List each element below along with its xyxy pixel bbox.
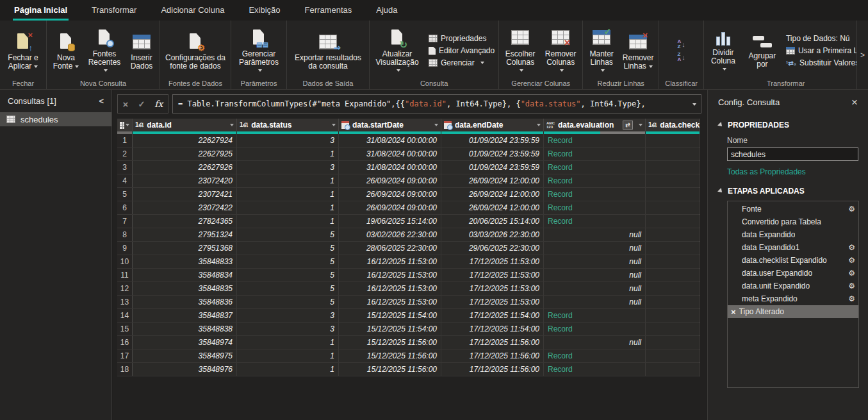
row-number[interactable]: 12 [117, 282, 133, 295]
close-apply-button[interactable]: ×↑ Fechar e Aplicar [2, 30, 44, 71]
new-source-button[interactable]: Nova Fonte [49, 30, 83, 71]
cell[interactable]: 3 [237, 309, 339, 322]
row-number[interactable]: 11 [117, 269, 133, 281]
cell[interactable]: 35848974 [133, 336, 237, 349]
row-number[interactable]: 13 [117, 296, 133, 308]
cell[interactable]: null [544, 269, 646, 281]
cell[interactable]: 15/12/2025 11:56:00 [339, 349, 441, 362]
applied-steps-section-header[interactable]: ETAPAS APLICADAS [718, 187, 858, 196]
query-name-input[interactable] [727, 147, 858, 161]
cell[interactable]: 15/12/2025 11:54:00 [339, 323, 441, 335]
cell[interactable]: 31/08/2024 00:00:00 [339, 161, 441, 174]
row-number[interactable]: 1 [117, 134, 133, 147]
cell[interactable]: null [544, 282, 646, 295]
cell[interactable]: null [544, 255, 646, 268]
record-link[interactable]: Record [544, 147, 646, 160]
cell[interactable]: 26/09/2024 09:00:00 [339, 188, 441, 201]
column-menu-icon[interactable] [639, 124, 643, 126]
cell[interactable] [646, 349, 700, 362]
grid-corner-button[interactable] [117, 119, 133, 131]
all-properties-link[interactable]: Todas as Propriedades [727, 167, 858, 176]
tab-exibição[interactable]: Exibição [247, 1, 281, 21]
cell[interactable] [646, 296, 700, 308]
properties-section-header[interactable]: PROPRIEDADES [718, 121, 858, 130]
column-menu-icon[interactable] [332, 124, 336, 126]
cell[interactable]: 3 [237, 323, 339, 335]
cell[interactable] [646, 323, 700, 335]
cell[interactable]: 29/06/2025 22:30:00 [441, 242, 544, 255]
applied-step-data-expandido1[interactable]: data Expandido1 [728, 241, 858, 254]
cell[interactable]: 26/09/2024 12:00:00 [441, 174, 544, 187]
cell[interactable]: 35848975 [133, 349, 237, 362]
cell[interactable]: 1 [237, 363, 339, 376]
column-header-data.endDate[interactable]: data.endDate [441, 119, 544, 131]
cell[interactable]: 17/12/2025 11:53:00 [441, 282, 544, 295]
cell[interactable]: null [544, 336, 646, 349]
row-number[interactable]: 8 [117, 228, 133, 241]
step-settings-gear-icon[interactable] [848, 256, 855, 265]
cell[interactable]: 23072420 [133, 174, 237, 187]
row-number[interactable]: 5 [117, 188, 133, 201]
step-settings-gear-icon[interactable] [848, 269, 855, 278]
cell[interactable]: 22627924 [133, 134, 237, 147]
cell[interactable] [646, 336, 700, 349]
cell[interactable] [646, 174, 700, 187]
cell[interactable]: 26/09/2024 12:00:00 [441, 201, 544, 214]
cell[interactable]: 17/12/2025 11:56:00 [441, 363, 544, 376]
record-link[interactable]: Record [544, 323, 646, 335]
applied-step-data-unit-expandido[interactable]: data.unit Expandido [728, 280, 858, 292]
enter-data-button[interactable]: Inserir Dados [126, 30, 158, 71]
cell[interactable]: 15/12/2025 11:56:00 [339, 336, 441, 349]
cell[interactable] [646, 228, 700, 241]
cell[interactable] [646, 147, 700, 160]
record-link[interactable]: Record [544, 134, 646, 147]
cell[interactable] [646, 282, 700, 295]
cell[interactable] [646, 363, 700, 376]
record-link[interactable]: Record [544, 188, 646, 201]
applied-step-convertido-para-tabela[interactable]: Convertido para Tabela [728, 215, 858, 228]
cell[interactable]: 31/08/2024 00:00:00 [339, 134, 441, 147]
cell[interactable]: 3 [237, 134, 339, 147]
properties-button[interactable]: Propriedades [427, 33, 496, 45]
tab-ferramentas[interactable]: Ferramentas [304, 1, 354, 21]
cell[interactable]: 5 [237, 296, 339, 308]
cell[interactable]: 26/09/2024 09:00:00 [339, 174, 441, 187]
cell[interactable]: null [544, 296, 646, 308]
row-number[interactable]: 14 [117, 309, 133, 322]
row-number[interactable]: 17 [117, 349, 133, 362]
cell[interactable]: 15/12/2025 11:54:00 [339, 309, 441, 322]
cell[interactable]: 17/12/2025 11:53:00 [441, 255, 544, 268]
choose-columns-button[interactable]: Escolher Colunas [501, 26, 539, 76]
row-number[interactable]: 9 [117, 242, 133, 255]
row-number[interactable]: 4 [117, 174, 133, 187]
applied-step-data-expandido[interactable]: data Expandido [728, 228, 858, 241]
commit-formula-icon[interactable] [138, 99, 145, 109]
column-header-data.evaluation[interactable]: ABC123data.evaluation [544, 119, 646, 131]
step-settings-gear-icon[interactable] [848, 205, 855, 214]
data-source-settings-button[interactable]: ⚙ Configurações da fonte de dados [162, 30, 229, 71]
cell[interactable]: 17/12/2025 11:53:00 [441, 269, 544, 281]
cell[interactable]: 01/09/2024 23:59:59 [441, 134, 544, 147]
row-number[interactable]: 10 [117, 255, 133, 268]
remove-columns-button[interactable]: × Remover Colunas [541, 26, 580, 76]
row-number[interactable]: 16 [117, 336, 133, 349]
cell[interactable]: 17/12/2025 11:54:00 [441, 323, 544, 335]
keep-rows-button[interactable]: ✓ Manter Linhas [585, 26, 618, 76]
cell[interactable]: 22627926 [133, 161, 237, 174]
tab-adicionar-coluna[interactable]: Adicionar Coluna [160, 1, 225, 21]
manage-parameters-button[interactable]: ▤▤ Gerenciar Parâmetros [233, 26, 284, 76]
cell[interactable]: 5 [237, 282, 339, 295]
applied-step-data-user-expandido[interactable]: data.user Expandido [728, 267, 858, 280]
cell[interactable]: 1 [237, 201, 339, 214]
query-item-schedules[interactable]: schedules [0, 112, 111, 126]
advanced-editor-button[interactable]: Editor Avançado [427, 45, 496, 57]
cancel-formula-icon[interactable] [123, 99, 129, 110]
sort-descending-button[interactable]: ZA↓ [677, 52, 685, 62]
applied-step-fonte[interactable]: Fonte [728, 203, 858, 215]
cell[interactable]: 31/08/2024 00:00:00 [339, 147, 441, 160]
step-settings-gear-icon[interactable] [848, 243, 855, 252]
split-column-button[interactable]: Dividir Coluna [706, 28, 741, 74]
refresh-preview-button[interactable]: Atualizar Visualização [372, 26, 423, 76]
export-results-button[interactable]: ⇒ Exportar resultados da consulta [289, 30, 367, 71]
cell[interactable]: 1 [237, 215, 339, 228]
